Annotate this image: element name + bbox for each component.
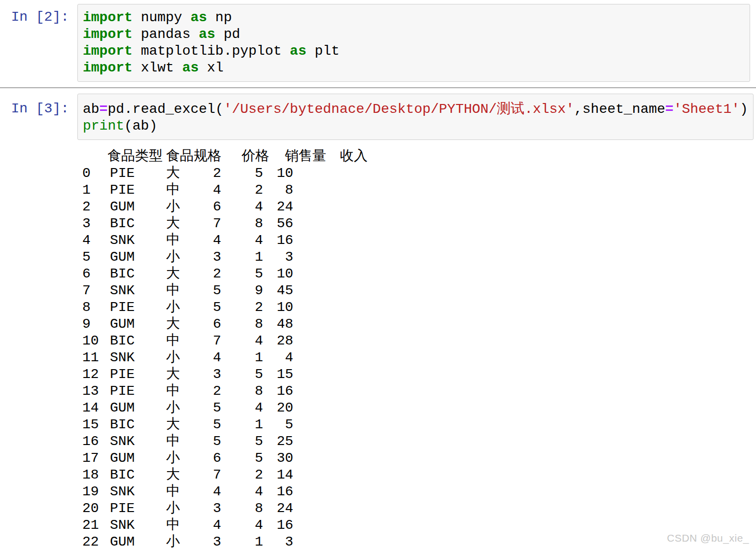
output-cell: PIE — [110, 182, 135, 199]
output-header-row: 食品类型食品规格价格销售量收入 — [82, 148, 756, 165]
output-cell: 小 — [166, 249, 180, 266]
output-cell: 28 — [258, 333, 293, 349]
code-line: print(ab) — [83, 118, 748, 135]
output-cell: 16 — [258, 232, 293, 249]
output-cell: 21 — [82, 517, 99, 534]
output-cell: 2 — [213, 383, 221, 400]
output-cell: 3 — [258, 534, 293, 550]
code-token: (ab) — [124, 118, 157, 134]
output-data-row: 20PIE小3824 — [82, 500, 756, 517]
output-cell: 16 — [258, 383, 293, 400]
output-data-row: 2GUM小6424 — [82, 199, 756, 215]
input-prompt-in3: In [3]: — [0, 94, 77, 117]
output-cell: 6 — [213, 316, 221, 333]
output-cell: SNK — [110, 517, 135, 534]
output-cell: 大 — [166, 366, 180, 383]
output-cell: 6 — [213, 450, 221, 467]
output-cell: 9 — [82, 316, 91, 333]
output-cell: 10 — [258, 165, 293, 182]
output-cell: 24 — [258, 500, 293, 517]
output-cell: 中 — [166, 282, 180, 299]
output-cell: 5 — [258, 416, 293, 433]
code-token: as — [199, 27, 215, 42]
output-data-row: 10BIC中7428 — [82, 333, 756, 349]
output-cell: 5 — [82, 249, 91, 266]
output-data-row: 9GUM大6848 — [82, 316, 756, 333]
output-cell: 3 — [82, 215, 91, 232]
output-cell: 大 — [166, 316, 180, 333]
code-token: as — [290, 43, 307, 59]
output-data-row: 15BIC大515 — [82, 416, 756, 433]
output-cell: 10 — [82, 333, 99, 349]
output-column-header: 收入 — [340, 148, 368, 165]
code-token: 'Sheet1' — [674, 102, 740, 117]
output-cell: 24 — [258, 199, 293, 215]
output-cell: PIE — [110, 299, 135, 316]
output-cell: 大 — [166, 467, 180, 483]
output-cell: BIC — [110, 215, 135, 232]
code-editor-in3[interactable]: ab=pd.read_excel('/Users/bytednace/Deskt… — [77, 94, 754, 140]
output-cell: 11 — [82, 349, 99, 366]
output-cell: 22 — [82, 534, 99, 550]
code-token: = — [100, 102, 108, 117]
output-cell: 3 — [213, 534, 221, 550]
code-token: pd.read_excel( — [107, 102, 223, 117]
output-cell: 4 — [82, 232, 91, 249]
output-cell: SNK — [110, 349, 135, 366]
code-token: matplotlib.pyplot — [133, 43, 290, 59]
output-cell: 10 — [258, 299, 293, 316]
output-cell: 4 — [213, 517, 221, 534]
output-cell: 5 — [213, 400, 221, 416]
code-token: import — [83, 27, 133, 42]
output-cell: 17 — [82, 450, 99, 467]
output-cell: 4 — [213, 182, 221, 199]
output-cell: 16 — [258, 517, 293, 534]
output-cell: 大 — [166, 165, 180, 182]
output-cell: 4 — [213, 483, 221, 500]
code-token: ab — [83, 102, 100, 117]
code-editor-in2[interactable]: import numpy as npimport pandas as pdimp… — [77, 4, 750, 82]
output-cell: 2 — [213, 165, 221, 182]
output-cell: BIC — [110, 266, 135, 282]
output-cell: 2 — [213, 266, 221, 282]
output-cell: 中 — [166, 333, 180, 349]
output-cell: 12 — [82, 366, 99, 383]
output-data-row: 7SNK中5945 — [82, 282, 756, 299]
output-data-row: 11SNK小414 — [82, 349, 756, 366]
output-cell: PIE — [110, 366, 135, 383]
output-cell: 30 — [258, 450, 293, 467]
output-data-row: 6BIC大2510 — [82, 266, 756, 282]
output-cell: 5 — [213, 299, 221, 316]
output-data-row: 4SNK中4416 — [82, 232, 756, 249]
output-cell: 7 — [213, 467, 221, 483]
output-data-row: 0PIE大2510 — [82, 165, 756, 182]
output-cell: SNK — [110, 483, 135, 500]
code-token: pd — [215, 27, 240, 42]
output-cell: 4 — [213, 349, 221, 366]
output-cell: 45 — [258, 282, 293, 299]
output-cell: 18 — [82, 467, 99, 483]
output-cell: 中 — [166, 433, 180, 450]
output-data-row: 19SNK中4416 — [82, 483, 756, 500]
output-cell: 1 — [82, 182, 91, 199]
output-cell: 大 — [166, 266, 180, 282]
output-cell: 0 — [82, 165, 91, 182]
output-cell: 7 — [82, 282, 91, 299]
output-cell: BIC — [110, 333, 135, 349]
code-token: plt — [307, 43, 340, 59]
output-cell: BIC — [110, 416, 135, 433]
code-line: ab=pd.read_excel('/Users/bytednace/Deskt… — [83, 101, 748, 118]
code-token: as — [190, 10, 207, 25]
jupyter-notebook: In [2]: import numpy as npimport pandas … — [0, 0, 756, 550]
output-cell: 19 — [82, 483, 99, 500]
output-data-row: 12PIE大3515 — [82, 366, 756, 383]
output-data-row: 5GUM小313 — [82, 249, 756, 266]
code-token: ,sheet_name — [574, 102, 665, 117]
output-cell: GUM — [110, 534, 135, 550]
output-cell: 小 — [166, 400, 180, 416]
output-cell: 14 — [82, 400, 99, 416]
output-data-row: 1PIE中428 — [82, 182, 756, 199]
output-cell: 小 — [166, 450, 180, 467]
output-data-row: 3BIC大7856 — [82, 215, 756, 232]
code-line: import numpy as np — [83, 9, 745, 26]
